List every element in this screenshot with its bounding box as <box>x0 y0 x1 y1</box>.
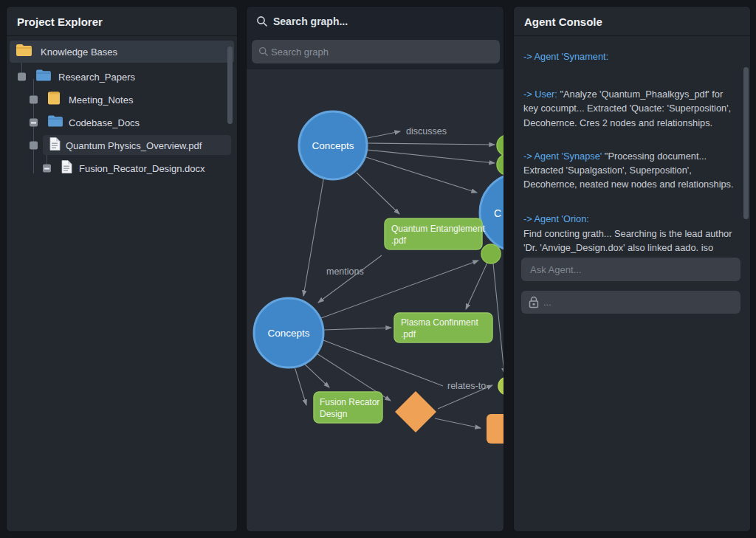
explorer-scrollbar[interactable] <box>227 46 233 124</box>
tree-item-label: Research_Papers <box>58 72 135 83</box>
edge <box>367 150 495 163</box>
tree-item-label: Fusion_Recator_Design.docx <box>79 163 205 174</box>
ask-agent-box <box>521 258 740 281</box>
graph-node-label: Plasma Confinment <box>401 317 478 328</box>
edge-label-discusses: discusses <box>406 126 447 137</box>
tree-item-research-papers[interactable]: Research_Papers <box>7 67 237 86</box>
graph-search-box <box>252 40 500 63</box>
tree-item-label: Knowledge Bases <box>41 46 117 58</box>
tree-bullet[interactable] <box>18 73 26 81</box>
secondary-input[interactable] <box>543 291 735 314</box>
graph-node-label: Concepts <box>312 140 354 151</box>
edge <box>435 418 481 428</box>
message-user-prefix: -> User: <box>523 89 557 100</box>
edge <box>493 263 504 373</box>
tree-item-label: Codebase_Docs <box>69 117 140 128</box>
console-message: -> User: "Analyze 'Quantum_Phaalkgys_pdf… <box>523 87 734 130</box>
tree-item-label: Meeting_Notes <box>69 94 133 106</box>
graph-node-label: .pdf <box>401 329 416 339</box>
edge-discusses <box>368 131 400 138</box>
edge <box>366 157 477 193</box>
graph-node-diamond[interactable] <box>395 391 436 432</box>
console-scrollbar[interactable] <box>743 67 749 219</box>
project-explorer-panel: Project Explorer Knowledge Bases Researc… <box>6 6 238 532</box>
tree-item-fusion-reactor-design[interactable]: Fusion_Recator_Design.docx <box>7 158 237 179</box>
folder-icon <box>16 44 32 60</box>
search-icon <box>258 46 269 60</box>
message-agent-prefix: -> Agent 'Synapse' <box>523 151 602 162</box>
tree-expander-collapsed[interactable] <box>30 119 38 127</box>
tree-item-quantum-physics-overview[interactable]: Quantum Physics_Overview.pdf <box>7 135 237 155</box>
folder-icon <box>35 69 52 85</box>
tree-expander-collapsed[interactable] <box>43 165 51 173</box>
edge <box>303 362 329 387</box>
folder-icon <box>47 115 63 131</box>
folder-icon <box>47 92 63 108</box>
graph-header-label: Search graph... <box>273 15 348 27</box>
console-message: -> Agent 'Synament: <box>523 49 734 63</box>
tree-item-label: Quantum Physics_Overview.pdf <box>66 139 202 151</box>
secondary-input-box <box>521 291 740 314</box>
graph-node-label: C <box>494 207 501 219</box>
graph-search-input[interactable] <box>271 40 492 63</box>
message-agent-prefix: -> Agent 'Orion: <box>523 212 734 226</box>
graph-panel-header: Search graph... <box>247 7 504 36</box>
file-icon <box>49 137 61 154</box>
console-messages: -> Agent 'Synament: -> User: "Analyze 'Q… <box>523 39 734 269</box>
edge <box>466 263 487 309</box>
tree-item-meeting-notes[interactable]: Meeting_Notes <box>7 90 237 109</box>
lock-icon <box>528 296 540 311</box>
file-icon <box>61 160 72 177</box>
graph-node-green-a[interactable] <box>497 135 504 156</box>
edge <box>323 340 443 386</box>
edge <box>357 173 399 214</box>
graph-node-green-b[interactable] <box>497 154 504 175</box>
agent-console-panel: Agent Console -> Agent 'Synament: -> Use… <box>513 6 751 532</box>
agent-console-title: Agent Console <box>514 7 750 36</box>
knowledge-graph-canvas[interactable]: discusses mentions relates-to C Concepts… <box>247 69 504 532</box>
edge <box>323 328 391 330</box>
graph-node-label: Design <box>320 409 347 419</box>
ask-agent-input[interactable] <box>530 258 735 281</box>
message-agent-prefix: -> Agent 'Synament: <box>523 51 608 62</box>
tree-bullet[interactable] <box>30 96 38 104</box>
graph-node-yellow-green[interactable] <box>498 377 504 395</box>
graph-node-label: .pdf <box>391 235 407 246</box>
graph-node-label: Quantum Entanglement <box>391 224 485 234</box>
edge <box>367 143 495 145</box>
graph-node-green-mid[interactable] <box>481 244 501 263</box>
search-icon <box>256 15 268 30</box>
graph-node-label: Concepts <box>267 328 309 339</box>
edge-label-mentions: mentions <box>326 266 364 277</box>
tree-item-codebase-docs[interactable]: Codebase_Docs <box>7 113 237 132</box>
edge-label-relates-to: relates-to <box>447 381 486 391</box>
graph-node-label: Fusion Recator <box>320 397 379 407</box>
project-explorer-title: Project Explorer <box>7 7 237 36</box>
edge <box>295 367 306 405</box>
graph-panel: Search graph... <box>246 6 504 532</box>
tree-item-knowledge-bases[interactable]: Knowledge Bases <box>7 41 237 63</box>
console-message: -> Agent 'Synapse' "Processing document.… <box>523 149 734 192</box>
edge <box>303 176 324 296</box>
graph-node-orange-rect[interactable] <box>487 414 504 444</box>
file-tree: Knowledge Bases Research_Papers Meeting_… <box>7 35 237 531</box>
tree-bullet[interactable] <box>30 141 38 149</box>
edge-mentions <box>318 255 382 303</box>
